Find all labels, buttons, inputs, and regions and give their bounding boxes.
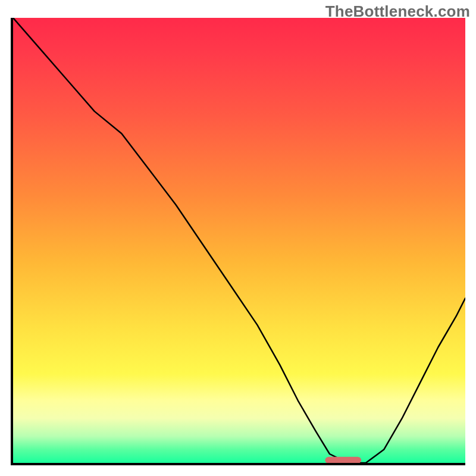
plot-area bbox=[11, 18, 465, 465]
watermark-text: TheBottleneck.com bbox=[325, 2, 470, 21]
chart-overlay bbox=[13, 18, 465, 463]
chart-stage: TheBottleneck.com bbox=[0, 0, 476, 476]
bottleneck-curve bbox=[13, 18, 465, 463]
optimal-marker bbox=[325, 457, 361, 463]
